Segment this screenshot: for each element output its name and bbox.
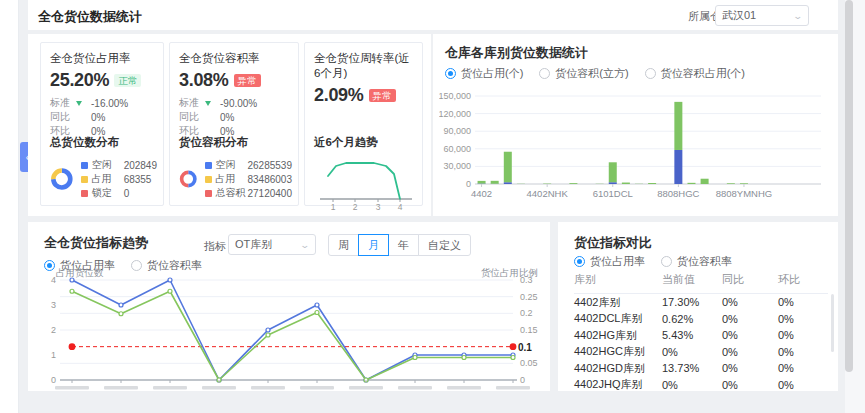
table-row: 4402库别17.30%0%0% xyxy=(574,294,828,311)
kpi-card-title: 全仓货位容积率 xyxy=(179,51,289,66)
compare-metric-radio-group: 货位占用率货位容积率 xyxy=(574,254,748,269)
bar-metric-radio-group: 货位占用(个)货位容积(立方)货位容积占用(个) xyxy=(445,66,761,81)
svg-text:0.3: 0.3 xyxy=(520,275,533,285)
table-header: 库别当前值同比环比 xyxy=(574,272,828,294)
svg-text:4: 4 xyxy=(51,275,56,285)
panel-title: 货位指标对比 xyxy=(574,234,652,252)
svg-text:60,000: 60,000 xyxy=(443,144,471,154)
stat-row: 同比0% xyxy=(179,110,289,124)
svg-text:4: 4 xyxy=(398,202,403,212)
donut-section-title: 总货位数分布 xyxy=(50,135,157,150)
kpi-value: 2.09% xyxy=(314,85,364,106)
svg-text:4402NHK: 4402NHK xyxy=(527,188,569,199)
svg-text:150,000: 150,000 xyxy=(439,91,471,101)
radio-option[interactable]: 货位容积(立方) xyxy=(539,66,628,81)
warehouse-select[interactable]: 武汉01 ⌄ xyxy=(715,5,809,26)
table-body: 4402库别17.30%0%0%4402DCL库别0.62%0%0%4402HG… xyxy=(574,294,828,391)
kpi-card-turnover: 全仓货位周转率(近6个月) 2.09% 异常 近6个月趋势 1234 xyxy=(304,42,423,206)
status-badge: 异常 xyxy=(369,89,396,102)
legend-swatch-icon xyxy=(81,162,88,169)
trend-down-icon xyxy=(205,101,211,106)
kpi-stat-rows: 标准-90.00%同比0%环比0% xyxy=(179,96,289,138)
legend-item: 锁定0 xyxy=(81,186,157,200)
svg-text:2: 2 xyxy=(353,202,358,212)
radio-icon xyxy=(445,68,456,79)
table-row: 4402JHQ库别0%0%0% xyxy=(574,377,828,392)
radio-icon xyxy=(645,68,656,79)
svg-text:6101DCL: 6101DCL xyxy=(593,188,633,199)
legend-swatch-icon xyxy=(205,162,212,169)
chevron-down-icon: ⌄ xyxy=(793,11,804,21)
kpi-value: 3.08% xyxy=(179,70,229,91)
left-sidebar xyxy=(0,0,19,413)
legend-swatch-icon xyxy=(205,176,212,183)
svg-text:2: 2 xyxy=(51,325,56,335)
page-scrollbar-thumb[interactable] xyxy=(845,0,853,372)
trend-line-chart: 占用货位数货位占用比例0.30.250.20.150.050012340.1 xyxy=(34,268,544,391)
metric-select-value: OT库别 xyxy=(235,237,272,252)
panel-title: 全仓货位指标趋势 xyxy=(44,234,148,252)
metric-select[interactable]: OT库别 ⌄ xyxy=(228,234,316,255)
mini-trend-title: 近6个月趋势 xyxy=(314,135,416,150)
kpi-stat-rows: 标准-16.00%同比0%环比0% xyxy=(50,96,154,138)
metric-label: 指标 xyxy=(204,239,226,254)
svg-text:0.15: 0.15 xyxy=(520,325,538,335)
kpi-card-volume: 全仓货位容积率 3.08% 异常 标准-90.00%同比0%环比0% 货位容积分… xyxy=(169,42,299,206)
compare-panel: 货位指标对比 货位占用率货位容积率 库别当前值同比环比 4402库别17.30%… xyxy=(558,222,838,391)
svg-text:4402: 4402 xyxy=(471,188,492,199)
kpi-value: 25.20% xyxy=(50,70,109,91)
legend-item: 空闲202849 xyxy=(81,158,157,172)
legend-item: 总容积27120400 xyxy=(205,186,293,200)
warehouse-select-value: 武汉01 xyxy=(722,8,756,23)
column-header: 同比 xyxy=(722,272,778,287)
status-badge: 正常 xyxy=(114,74,141,87)
column-header: 当前值 xyxy=(662,272,722,287)
period-button[interactable]: 周 xyxy=(328,234,359,256)
table-row: 4402DCL库别0.62%0%0% xyxy=(574,311,828,328)
svg-text:8808HGC: 8808HGC xyxy=(657,188,699,199)
table-scrollbar[interactable] xyxy=(831,294,834,352)
period-button[interactable]: 月 xyxy=(358,234,389,256)
svg-text:3: 3 xyxy=(51,300,56,310)
kpi-card-occupancy: 全仓货位占用率 25.20% 正常 标准-16.00%同比0%环比0% 总货位数… xyxy=(40,42,164,206)
svg-text:0.1: 0.1 xyxy=(518,342,532,353)
kpi-card-title: 全仓货位周转率(近6个月) xyxy=(314,51,413,81)
svg-text:0.05: 0.05 xyxy=(520,358,538,368)
stat-row: 同比0% xyxy=(50,110,154,124)
kpi-card-title: 全仓货位占用率 xyxy=(50,51,154,66)
period-button[interactable]: 年 xyxy=(388,234,419,256)
radio-option[interactable]: 货位占用(个) xyxy=(445,66,523,81)
donut-section-title: 货位容积分布 xyxy=(179,135,292,150)
svg-text:120,000: 120,000 xyxy=(439,109,471,119)
period-button[interactable]: 自定义 xyxy=(418,234,471,256)
legend-item: 占用68355 xyxy=(81,172,157,186)
status-badge: 异常 xyxy=(234,74,261,87)
svg-text:0: 0 xyxy=(51,375,56,385)
svg-text:30,000: 30,000 xyxy=(443,161,471,171)
svg-text:1: 1 xyxy=(331,202,336,212)
legend-swatch-icon xyxy=(81,190,88,197)
period-button-group: 周月年自定义 xyxy=(328,234,471,256)
table-row: 4402HGC库别0%0%0% xyxy=(574,344,828,361)
warehouse-bar-panel: 仓库各库别货位数据统计 货位占用(个)货位容积(立方)货位容积占用(个) 150… xyxy=(433,34,838,216)
stat-row: 标准-16.00% xyxy=(50,96,154,110)
donut-chart-locations xyxy=(50,156,74,202)
radio-option[interactable]: 货位容积率 xyxy=(661,254,732,269)
chevron-down-icon: ⌄ xyxy=(300,240,311,250)
bar-chart: 150,000120,00090,00060,00030,00004402440… xyxy=(439,82,832,212)
radio-option[interactable]: 货位占用率 xyxy=(574,254,645,269)
radio-icon xyxy=(539,68,550,79)
table-row: 4402HG库别5.43%0%0% xyxy=(574,327,828,344)
svg-text:3: 3 xyxy=(376,202,381,212)
mini-trend-chart: 1234 xyxy=(314,154,418,212)
svg-text:0: 0 xyxy=(520,375,525,385)
radio-icon xyxy=(661,256,672,267)
svg-text:占用货位数: 占用货位数 xyxy=(56,268,104,278)
legend-swatch-icon xyxy=(205,190,212,197)
radio-option[interactable]: 货位容积占用(个) xyxy=(645,66,745,81)
donut-legend: 空闲26285539占用83486003总容积27120400 xyxy=(205,158,293,200)
donut-chart-volume xyxy=(179,156,198,202)
kpi-panel: 全仓货位占用率 25.20% 正常 标准-16.00%同比0%环比0% 总货位数… xyxy=(28,34,431,216)
svg-text:90,000: 90,000 xyxy=(443,126,471,136)
legend-item: 空闲26285539 xyxy=(205,158,293,172)
